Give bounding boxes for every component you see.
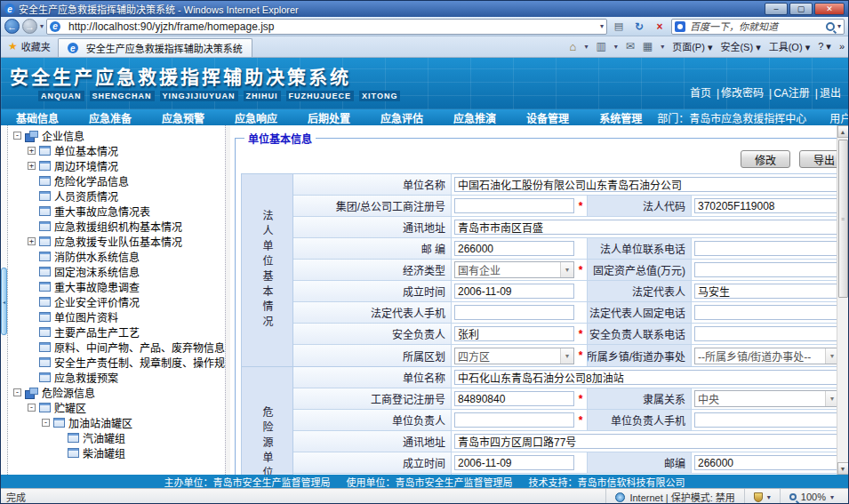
page-menu[interactable]: 页面(P) ▾ <box>672 39 712 53</box>
field-input[interactable] <box>454 220 837 235</box>
tree-item[interactable]: 固定泡沫系统信息 <box>10 264 225 279</box>
menu-emergency-warning[interactable]: 应急预警 <box>147 110 220 125</box>
field-input[interactable] <box>454 434 837 449</box>
menu-emergency-response[interactable]: 应急响应 <box>220 110 292 125</box>
tree-item-label[interactable]: 应急救援组织机构基本情况 <box>54 219 182 234</box>
chevron-down-icon[interactable]: ▾ <box>560 348 573 364</box>
tree-item-label[interactable]: 消防供水系统信息 <box>54 249 140 264</box>
tree-item-label[interactable]: 主要产品生产工艺 <box>54 324 140 340</box>
tree-item[interactable]: 应急救援预案 <box>10 370 225 385</box>
logout-link[interactable]: 退出 <box>820 87 841 100</box>
export-button[interactable]: 导出 <box>799 150 837 168</box>
field-input[interactable] <box>694 198 837 213</box>
maximize-button[interactable]: ▢ <box>789 3 813 15</box>
home-dropdown-icon[interactable]: ▾ <box>584 43 588 51</box>
field-select[interactable]: 中央▾ <box>694 390 837 407</box>
search-icon[interactable] <box>826 22 835 31</box>
chevron-down-icon[interactable]: ▾ <box>825 348 837 364</box>
scrollbar-thumb[interactable]: ≡ <box>838 140 848 298</box>
tree-item-label[interactable]: 重大事故隐患调查 <box>54 279 140 294</box>
chevron-down-icon[interactable]: ▾ <box>560 262 573 277</box>
tree-item[interactable]: 消防供水系统信息 <box>10 249 225 264</box>
tree-item[interactable]: +单位基本情况 <box>10 143 225 158</box>
url-input[interactable] <box>67 20 597 34</box>
back-button[interactable]: ← <box>4 19 20 34</box>
tree-item-label[interactable]: 安全生产责任制、规章制度、操作规程信息 <box>54 355 225 370</box>
field-input[interactable] <box>454 177 837 192</box>
tree-item[interactable]: +周边环境情况 <box>10 158 225 173</box>
field-input[interactable] <box>454 412 574 428</box>
close-button[interactable]: ✕ <box>814 3 845 15</box>
change-password-link[interactable]: 修改密码 <box>721 87 764 100</box>
modify-button[interactable]: 修改 <box>741 150 790 168</box>
tree-item[interactable]: 主要产品生产工艺 <box>10 324 225 340</box>
tree-item[interactable]: 单位图片资料 <box>10 309 225 324</box>
tree-item-label[interactable]: 柴油罐组 <box>83 445 125 460</box>
forward-button[interactable]: → <box>22 19 37 34</box>
tree-item-label[interactable]: 周边环境情况 <box>54 158 118 173</box>
protected-mode-button[interactable]: ▾ <box>744 489 780 504</box>
stop-icon[interactable]: × <box>651 19 669 35</box>
menu-emergency-eval[interactable]: 应急评估 <box>365 110 438 125</box>
tree-item-label[interactable]: 原料、中间产物、产品、废弃物信息 <box>54 340 225 355</box>
field-select[interactable]: --所属乡镇/街道办事处--▾ <box>694 348 837 364</box>
content-scrollbar[interactable]: ▲ ≡ ▼ <box>837 125 848 475</box>
field-input[interactable] <box>454 326 574 341</box>
print-dropdown-icon[interactable]: ▾ <box>661 43 664 51</box>
field-input[interactable] <box>694 241 837 256</box>
collapse-icon[interactable]: - <box>13 132 21 140</box>
tree-item[interactable]: 汽油罐组 <box>10 430 225 445</box>
field-input[interactable] <box>454 284 574 299</box>
field-input[interactable] <box>694 305 837 320</box>
field-input[interactable] <box>694 326 837 341</box>
collapse-icon[interactable]: - <box>42 419 50 427</box>
tree-item-label[interactable]: 企业安全评价情况 <box>54 294 140 309</box>
field-input[interactable] <box>454 305 574 320</box>
field-input[interactable] <box>454 455 574 470</box>
help-menu[interactable]: ? ▾ <box>818 41 831 52</box>
home-link[interactable]: 首页 <box>690 87 711 100</box>
tree-item-label[interactable]: 单位基本情况 <box>54 143 118 158</box>
expand-icon[interactable]: + <box>28 162 36 170</box>
field-select[interactable]: 国有企业▾ <box>454 261 574 278</box>
collapse-icon[interactable]: - <box>13 388 21 396</box>
collapse-icon[interactable]: - <box>28 404 36 412</box>
ca-register-link[interactable]: CA注册 <box>773 87 810 100</box>
scroll-up-icon[interactable]: ▲ <box>837 125 849 138</box>
tree-item[interactable]: 重大事故隐患调查 <box>10 279 225 294</box>
field-input[interactable] <box>694 455 837 470</box>
tree-item-label[interactable]: 人员资质情况 <box>54 188 118 204</box>
tree-item[interactable]: -贮罐区 <box>10 400 225 415</box>
tree-item[interactable]: 应急救援组织机构基本情况 <box>10 219 225 234</box>
safety-menu[interactable]: 安全(S) ▾ <box>720 39 760 53</box>
tree-item-label[interactable]: 单位图片资料 <box>54 309 118 324</box>
expand-icon[interactable]: + <box>28 237 36 245</box>
tree-item[interactable]: 人员资质情况 <box>10 188 225 204</box>
menu-basic-info[interactable]: 基础信息 <box>1 110 74 125</box>
home-icon[interactable]: ⌂ <box>570 40 577 53</box>
chevron-down-icon[interactable]: ▾ <box>825 391 837 406</box>
field-select[interactable]: 四方区▾ <box>454 348 574 364</box>
tree-item-label[interactable]: 危险源信息 <box>42 385 95 400</box>
feeds-icon[interactable]: ▥ <box>596 40 605 52</box>
search-dropdown-icon[interactable]: ▾ <box>837 22 841 30</box>
tree-item[interactable]: 企业安全评价情况 <box>10 294 225 309</box>
tree-item[interactable]: 原料、中间产物、产品、废弃物信息 <box>10 340 225 355</box>
field-input[interactable] <box>694 262 837 277</box>
field-input[interactable] <box>454 370 837 385</box>
mail-icon[interactable]: ✉ <box>626 40 635 52</box>
tree-item[interactable]: 柴油罐组 <box>10 445 225 460</box>
feeds-dropdown-icon[interactable]: ▾ <box>614 43 618 51</box>
menu-equipment-mgmt[interactable]: 设备管理 <box>511 110 584 125</box>
tree-item-label[interactable]: 企业信息 <box>42 128 84 143</box>
minimize-button[interactable]: – <box>765 3 788 15</box>
tree-item-label[interactable]: 重大事故应急情况表 <box>54 204 150 219</box>
url-dropdown-icon[interactable]: ▾ <box>600 22 604 30</box>
tree-item-label[interactable]: 危险化学品信息 <box>54 173 129 188</box>
print-icon[interactable]: ▦ <box>643 40 653 52</box>
tools-menu[interactable]: 工具(O) ▾ <box>769 39 810 53</box>
menu-emergency-drill[interactable]: 应急推演 <box>438 110 511 125</box>
tree-item[interactable]: 危险化学品信息 <box>10 173 225 188</box>
tree-item[interactable]: +应急救援专业队伍基本情况 <box>10 234 225 249</box>
tree-item[interactable]: -危险源信息 <box>10 385 225 400</box>
